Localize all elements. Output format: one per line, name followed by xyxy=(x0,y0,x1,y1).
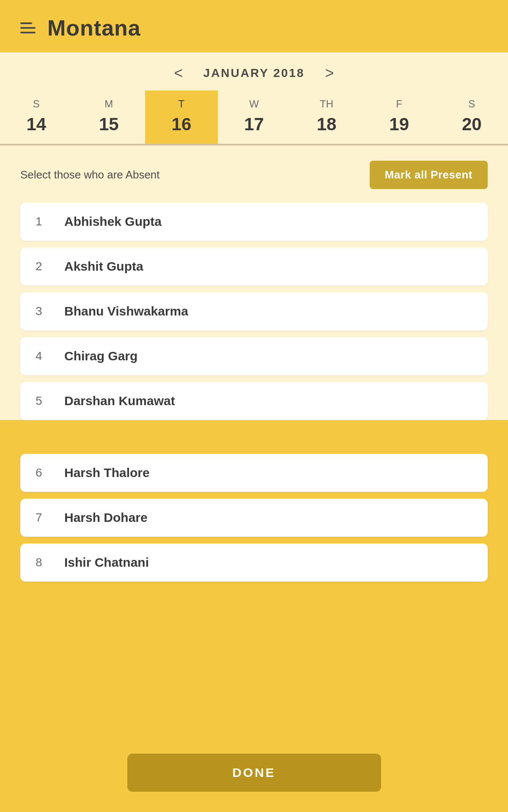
next-month-button[interactable]: > xyxy=(321,64,337,82)
student-item[interactable]: 5Darshan Kumawat xyxy=(20,382,488,420)
student-name: Akshit Gupta xyxy=(64,259,143,274)
day-cell-15[interactable]: M15 xyxy=(73,91,146,144)
student-item[interactable]: 7Harsh Dohare xyxy=(20,499,488,537)
day-number: 17 xyxy=(244,114,264,134)
day-cell-19[interactable]: F19 xyxy=(363,91,436,144)
done-button[interactable]: DONE xyxy=(127,754,381,792)
day-number: 14 xyxy=(26,114,46,134)
calendar-section: < JANUARY 2018 > S14M15T16W17TH18F19S20 … xyxy=(0,52,508,420)
student-number: 4 xyxy=(36,349,51,363)
mark-all-present-button[interactable]: Mark all Present xyxy=(370,161,488,189)
day-cell-16[interactable]: T16 xyxy=(145,91,218,144)
student-name: Harsh Dohare xyxy=(64,510,148,525)
day-number: 18 xyxy=(317,114,337,134)
student-item[interactable]: 2Akshit Gupta xyxy=(20,247,488,285)
student-name: Ishir Chatnani xyxy=(64,555,149,570)
student-name: Darshan Kumawat xyxy=(64,394,175,408)
day-cell-18[interactable]: TH18 xyxy=(290,91,363,144)
day-cell-20[interactable]: S20 xyxy=(435,91,508,144)
student-name: Chirag Garg xyxy=(64,349,137,363)
student-number: 7 xyxy=(36,511,51,524)
attendance-header: Select those who are Absent Mark all Pre… xyxy=(20,161,488,189)
student-item[interactable]: 4Chirag Garg xyxy=(20,337,488,375)
student-name: Harsh Thalore xyxy=(64,466,150,480)
day-letter: TH xyxy=(320,98,333,110)
absent-label: Select those who are Absent xyxy=(20,168,160,181)
student-number: 2 xyxy=(36,260,51,273)
menu-icon[interactable] xyxy=(20,22,36,33)
day-letter: M xyxy=(104,98,113,110)
student-number: 6 xyxy=(36,466,51,480)
day-letter: T xyxy=(178,98,185,110)
header: Montana xyxy=(0,0,508,52)
day-number: 19 xyxy=(389,114,409,134)
day-letter: S xyxy=(468,98,475,110)
lower-student-list: 6Harsh Thalore7Harsh Dohare8Ishir Chatna… xyxy=(20,454,488,582)
day-letter: W xyxy=(249,98,259,110)
student-number: 8 xyxy=(36,556,51,569)
prev-month-button[interactable]: < xyxy=(171,64,187,82)
day-number: 16 xyxy=(172,114,192,134)
day-number: 15 xyxy=(99,114,119,134)
student-number: 3 xyxy=(36,304,51,318)
student-item[interactable]: 1Abhishek Gupta xyxy=(20,203,488,241)
lower-section: 6Harsh Thalore7Harsh Dohare8Ishir Chatna… xyxy=(0,454,508,740)
student-name: Abhishek Gupta xyxy=(64,214,162,229)
app-title: Montana xyxy=(47,15,141,41)
day-cell-17[interactable]: W17 xyxy=(218,91,291,144)
day-letter: F xyxy=(396,98,402,110)
student-item[interactable]: 6Harsh Thalore xyxy=(20,454,488,492)
student-name: Bhanu Vishwakarma xyxy=(64,304,188,318)
wave-divider xyxy=(0,420,508,454)
student-number: 1 xyxy=(36,215,51,228)
attendance-section: Select those who are Absent Mark all Pre… xyxy=(0,145,508,420)
upper-student-list: 1Abhishek Gupta2Akshit Gupta3Bhanu Vishw… xyxy=(20,203,488,420)
day-cell-14[interactable]: S14 xyxy=(0,91,73,144)
day-number: 20 xyxy=(462,114,482,134)
month-navigation: < JANUARY 2018 > xyxy=(0,52,508,91)
student-item[interactable]: 3Bhanu Vishwakarma xyxy=(20,292,488,330)
student-item[interactable]: 8Ishir Chatnani xyxy=(20,543,488,582)
done-section: DONE xyxy=(0,740,508,812)
day-letter: S xyxy=(33,98,40,110)
student-number: 5 xyxy=(36,394,51,408)
days-strip: S14M15T16W17TH18F19S20 xyxy=(0,91,508,145)
month-label: JANUARY 2018 xyxy=(203,66,305,80)
